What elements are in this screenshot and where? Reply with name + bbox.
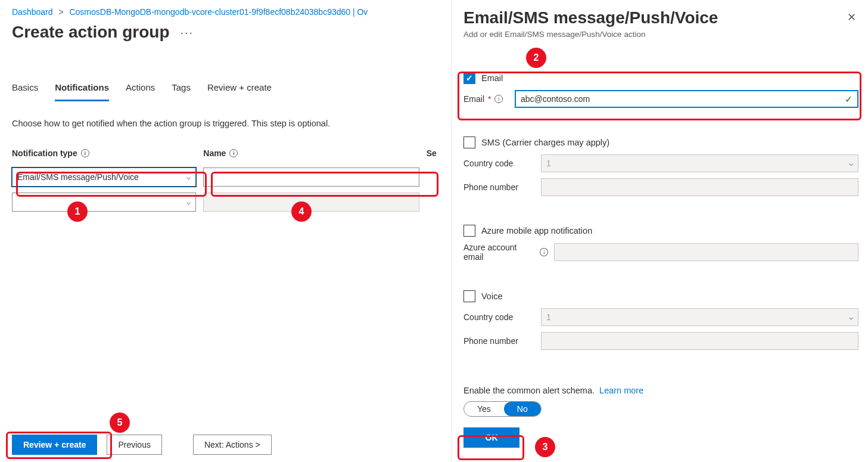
more-menu-icon[interactable]: ··· [180,26,194,39]
helper-text: Choose how to get notified when the acti… [12,119,438,128]
required-asterisk: * [488,94,491,104]
voice-checkbox-label: Voice [481,292,502,301]
info-icon[interactable]: i [494,95,503,103]
side-panel: Email/SMS message/Push/Voice Add or edit… [451,0,868,462]
close-icon[interactable]: ✕ [845,8,858,26]
sms-phone-input [541,178,858,196]
breadcrumb: Dashboard > CosmosDB-MongoDB-mongodb-vco… [12,7,438,17]
tab-review-create[interactable]: Review + create [207,77,272,101]
voice-phone-input [541,332,858,350]
email-checkbox[interactable]: ✓ [463,72,475,84]
voice-cc-dropdown: 1 ⌵ [541,308,858,326]
schema-toggle[interactable]: Yes No [463,401,542,417]
check-ok-icon: ✓ [845,94,853,105]
next-button[interactable]: Next: Actions > [193,435,272,455]
email-input-value: abc@contoso.com [521,94,841,104]
notification-type-value: Email/SMS message/Push/Voice [17,172,139,182]
voice-phone-label: Phone number [463,336,518,346]
name-label: Name i [203,148,419,158]
wizard-footer: Review + create Previous Next: Actions > [12,435,272,455]
notification-type-dropdown[interactable]: Email/SMS message/Push/Voice ⌵ [12,168,196,187]
tab-actions[interactable]: Actions [126,77,155,101]
push-checkbox-label: Azure mobile app notification [481,226,592,235]
email-checkbox-label: Email [481,73,503,83]
sms-checkbox[interactable] [463,137,475,148]
page-title: Create action group [12,23,169,42]
chevron-down-icon: ⌵ [186,173,191,181]
breadcrumb-resource[interactable]: CosmosDB-MongoDB-mongodb-vcore-cluster01… [69,7,368,17]
notification-type-label: Notification type i [12,148,196,158]
email-field-label: Email [463,94,484,104]
learn-more-link[interactable]: Learn more [599,386,643,395]
push-acct-label: Azure account email [463,243,536,262]
breadcrumb-separator: > [58,7,63,17]
chevron-down-icon: ⌵ [849,159,853,168]
tab-basics[interactable]: Basics [12,77,38,101]
tab-tags[interactable]: Tags [172,77,191,101]
panel-title: Email/SMS message/Push/Voice [463,8,718,27]
name-input[interactable] [203,168,419,187]
chevron-down-icon: ⌵ [186,198,191,206]
notification-type-dropdown-2[interactable]: ⌵ [12,193,196,212]
panel-subtitle: Add or edit Email/SMS message/Push/Voice… [463,30,718,39]
voice-cc-label: Country code [463,312,513,322]
info-icon[interactable]: i [540,248,548,256]
selected-label: Se [427,148,438,158]
breadcrumb-dashboard[interactable]: Dashboard [12,7,53,17]
voice-checkbox[interactable] [463,290,475,302]
email-input[interactable]: abc@contoso.com ✓ [515,90,858,108]
push-checkbox[interactable] [463,225,475,237]
sms-phone-label: Phone number [463,182,518,192]
main-pane: Dashboard > CosmosDB-MongoDB-mongodb-vco… [0,0,450,462]
info-icon[interactable]: i [81,149,89,157]
info-icon[interactable]: i [229,149,238,157]
alert-schema-text: Enable the common alert schema. [463,386,595,395]
sms-cc-dropdown: 1 ⌵ [541,154,858,172]
schema-no[interactable]: No [504,402,541,416]
name-input-2 [203,193,419,212]
sms-checkbox-label: SMS (Carrier charges may apply) [481,138,609,147]
previous-button[interactable]: Previous [107,435,161,455]
chevron-down-icon: ⌵ [849,313,853,321]
tabs: Basics Notifications Actions Tags Review… [12,77,438,102]
ok-button[interactable]: OK [463,427,519,448]
review-create-button[interactable]: Review + create [12,435,97,455]
sms-cc-label: Country code [463,159,513,168]
schema-yes[interactable]: Yes [464,402,504,416]
tab-notifications[interactable]: Notifications [55,77,109,101]
push-acct-input [554,243,858,261]
